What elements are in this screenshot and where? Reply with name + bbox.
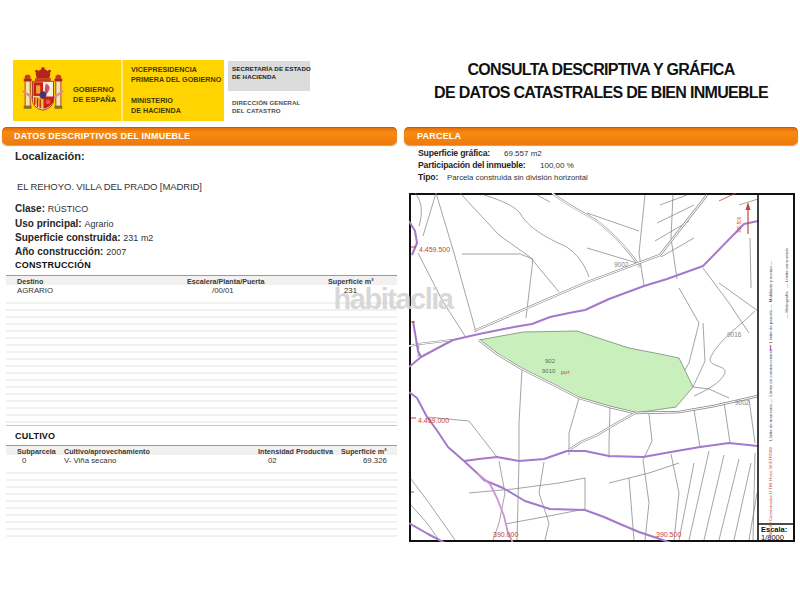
svg-text:390.500 Coordenadas U.T.M. Hus: 390.500 Coordenadas U.T.M. Huso 30 ETRS8… xyxy=(768,447,773,538)
svg-text:390.000: 390.000 xyxy=(493,531,518,538)
svg-text:por: por xyxy=(561,369,570,375)
svg-text:390.500: 390.500 xyxy=(737,216,742,233)
svg-text:4.459.500: 4.459.500 xyxy=(419,246,450,253)
svg-text:9010: 9010 xyxy=(542,368,556,374)
svg-text:9002: 9002 xyxy=(735,399,750,406)
svg-text:9002: 9002 xyxy=(614,261,629,268)
svg-text:Límite de manzana — Límite de: Límite de manzana — Límite de construcci… xyxy=(768,349,773,441)
svg-text:390.500: 390.500 xyxy=(656,531,681,538)
svg-text:902: 902 xyxy=(545,358,556,364)
svg-text:Límite de parcela — Mobiliari: Límite de parcela — Mobiliario y aceras … xyxy=(768,260,773,343)
svg-text:9016: 9016 xyxy=(727,331,742,338)
svg-text:4.459.000: 4.459.000 xyxy=(418,417,449,424)
svg-text:— Hidrografía — Límite zona: — Hidrografía — Límite zona verde xyxy=(784,247,789,318)
